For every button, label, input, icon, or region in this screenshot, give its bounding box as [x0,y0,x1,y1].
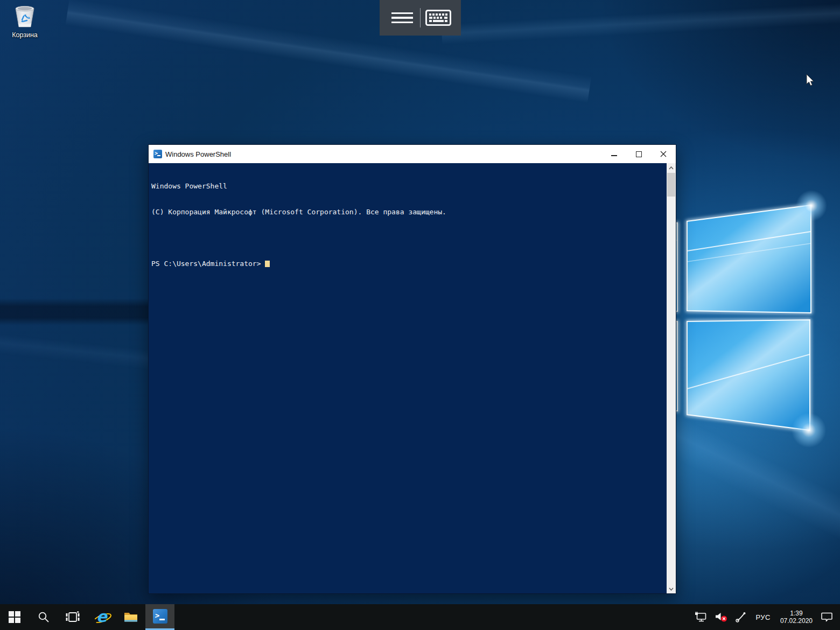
prompt-text: PS C:\Users\Administrator> [151,260,265,268]
tray-date: 07.02.2020 [780,617,813,625]
console-line: Windows PowerShell [151,182,667,191]
search-button[interactable] [29,604,58,630]
scrollbar-thumb[interactable] [667,173,675,197]
search-icon [38,611,50,623]
minimize-icon [611,155,617,156]
windows-start-icon [9,611,20,623]
taskbar-empty-area [174,604,694,630]
console-prompt-line: PS C:\Users\Administrator> [151,260,667,268]
chevron-up-icon [669,166,674,170]
window-titlebar[interactable]: > Windows PowerShell [149,145,676,163]
task-view-icon [66,611,80,623]
action-center-button[interactable] [820,612,835,622]
action-center-icon [821,612,834,622]
powershell-window: > Windows PowerShell Windows PowerShell … [148,144,676,594]
minimize-button[interactable] [601,145,626,163]
powershell-taskbar-button[interactable]: > [145,604,174,630]
language-indicator[interactable]: РУС [753,613,773,621]
system-tray: РУС 1:39 07.02.2020 [694,604,840,630]
console-line: (C) Корпорация Майкрософт (Microsoft Cor… [151,208,667,216]
console-output[interactable]: Windows PowerShell (C) Корпорация Майкро… [149,163,667,593]
chevron-down-icon [669,587,674,591]
vm-console-toolbar [380,0,461,36]
powershell-app-icon: > [153,150,162,158]
keyboard-icon [425,10,451,26]
light-beam [441,0,840,53]
window-title: Windows PowerShell [165,150,601,158]
internet-explorer-button[interactable]: e [87,604,116,630]
network-tray-button[interactable] [694,612,709,622]
text-cursor [265,261,270,267]
scroll-up-button[interactable] [667,163,676,172]
logo-corner-glow [795,190,828,222]
internet-explorer-icon: e [93,608,110,626]
keyboard-button[interactable] [421,0,456,36]
logo-corner-glow [790,412,827,448]
maximize-button[interactable] [626,145,651,163]
wallpaper-shadow-band [0,298,150,325]
close-button[interactable] [651,145,676,163]
pen-tray-button[interactable] [734,612,748,622]
scroll-down-button[interactable] [667,584,676,593]
start-button[interactable] [0,604,29,630]
volume-tray-button[interactable] [713,612,729,622]
recycle-bin-label: Корзина [4,31,45,39]
pen-icon [735,612,747,622]
file-explorer-button[interactable] [116,604,145,630]
file-explorer-icon [123,611,138,624]
desktop-icon-recycle-bin[interactable]: Корзина [4,4,45,39]
powershell-icon: > [153,609,167,624]
light-beam [64,0,593,112]
console-scrollbar[interactable] [667,163,676,593]
task-view-button[interactable] [58,604,87,630]
desktop: Корзина > Windows [0,0,840,630]
hamburger-icon [391,12,413,24]
menu-button[interactable] [384,0,420,36]
close-icon [660,151,667,157]
taskbar: e > [0,604,840,630]
console-line [151,234,667,242]
clock[interactable]: 1:39 07.02.2020 [778,610,815,625]
tray-time: 1:39 [780,610,813,617]
recycle-bin-icon [11,4,38,30]
network-icon [695,612,708,622]
maximize-icon [636,151,642,157]
volume-muted-icon [715,612,728,622]
